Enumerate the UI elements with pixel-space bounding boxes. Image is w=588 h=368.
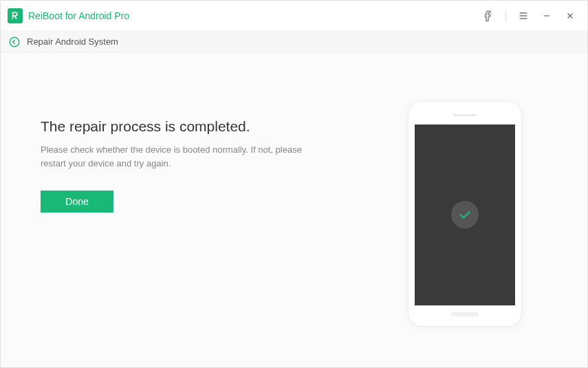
done-button[interactable]: Done [41,191,113,213]
menu-icon[interactable] [513,6,534,26]
breadcrumb-text: Repair Android System [27,36,118,47]
app-window: ReiBoot for Android Pro [0,0,588,368]
phone-illustration [408,101,522,327]
back-button[interactable] [8,35,21,49]
phone-screen [415,125,515,305]
breadcrumb: Repair Android System [1,31,587,53]
right-section [382,80,547,340]
app-logo [8,8,23,23]
main-content: The repair process is completed. Please … [1,53,587,367]
minimize-icon[interactable] [536,6,557,26]
left-section: The repair process is completed. Please … [41,80,382,340]
titlebar-controls [478,6,580,26]
checkmark-icon [451,201,479,228]
phone-home-button [451,312,479,316]
app-title: ReiBoot for Android Pro [28,10,478,21]
svg-point-6 [10,37,19,47]
facebook-icon[interactable] [478,6,499,26]
close-icon[interactable] [560,6,580,26]
page-heading: The repair process is completed. [41,118,382,135]
titlebar: ReiBoot for Android Pro [1,1,587,31]
page-description: Please check whether the device is boote… [41,143,316,170]
divider [505,10,506,22]
phone-speaker [453,114,477,116]
